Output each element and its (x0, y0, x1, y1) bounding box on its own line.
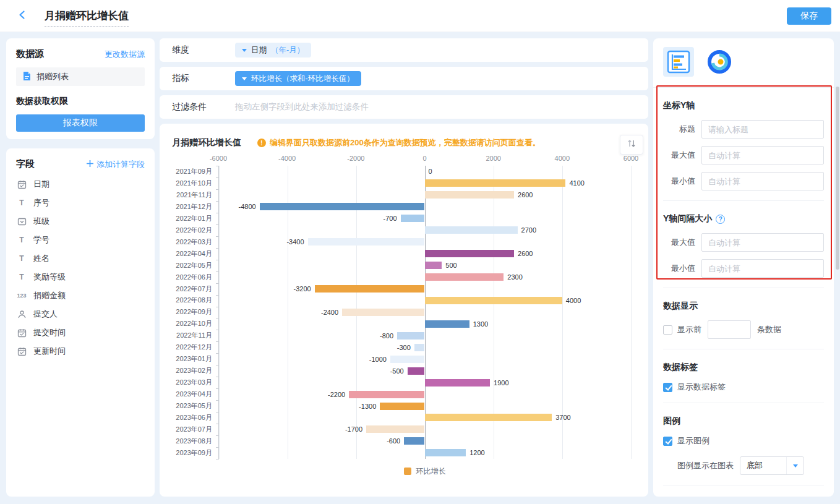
field-item[interactable]: 学号 (16, 231, 145, 249)
chart-row: 2022年12月-300 (172, 341, 631, 353)
data-label-section: 数据标签 显示数据标签 (663, 349, 824, 403)
metric-row: 指标 环比增长（求和-环比增长值） (160, 67, 648, 90)
metric-chip[interactable]: 环比增长（求和-环比增长值） (235, 71, 361, 86)
field-item[interactable]: 序号 (16, 194, 145, 212)
fields-panel: 字段 添加计算字段 日期序号班级学号姓名奖励等级捐赠金额提交人提交时间更新时间 (6, 148, 155, 497)
scrollbar-thumb[interactable] (836, 87, 839, 270)
bar[interactable] (404, 437, 424, 445)
field-item[interactable]: 捐赠金额 (16, 286, 145, 305)
top-count-input[interactable] (708, 320, 751, 339)
show-legend-checkbox[interactable] (663, 437, 672, 446)
datasource-item[interactable]: 捐赠列表 (16, 67, 145, 86)
bar-value-label: -800 (380, 332, 393, 340)
bar-value-label: 2300 (507, 273, 522, 281)
bar-track: -3400 (218, 236, 631, 248)
axis-min-input[interactable] (701, 172, 824, 190)
report-permission-button[interactable]: 报表权限 (16, 114, 145, 132)
field-item[interactable]: 日期 (16, 175, 145, 194)
caret-down-icon (242, 49, 247, 52)
legend-section-title: 图例 (663, 416, 824, 427)
field-item[interactable]: 班级 (16, 212, 145, 231)
save-button[interactable]: 保存 (787, 7, 831, 25)
legend-item[interactable]: 环比增长 (218, 466, 631, 476)
bar[interactable] (425, 297, 562, 304)
bar-track: 2600 (218, 189, 631, 201)
field-item[interactable]: 姓名 (16, 249, 145, 268)
chart-row: 2023年07月-1700 (172, 424, 631, 435)
add-calc-field-link[interactable]: 添加计算字段 (86, 159, 145, 170)
help-icon[interactable] (716, 215, 725, 224)
dimension-chip-field: 日期 (251, 45, 267, 56)
bar[interactable] (349, 391, 424, 398)
warning-icon (257, 139, 266, 147)
chart-row: 2022年02月2700 (172, 224, 631, 236)
show-top-checkbox[interactable] (663, 325, 672, 335)
bar[interactable] (308, 238, 425, 246)
bar-chart-type-icon[interactable] (663, 47, 694, 77)
bar-value-label: -1000 (369, 356, 387, 363)
chart-row: 2022年07月-3200 (172, 283, 631, 295)
bar[interactable] (425, 226, 518, 234)
bar[interactable] (397, 332, 424, 340)
chart-row: 2023年01月-1000 (172, 353, 631, 365)
change-datasource-link[interactable]: 更改数据源 (105, 49, 145, 60)
field-item-label: 班级 (33, 216, 49, 227)
text-type-icon (16, 236, 27, 244)
bar[interactable] (260, 203, 425, 210)
field-item[interactable]: 奖励等级 (16, 268, 145, 286)
field-item[interactable]: 提交时间 (16, 323, 145, 342)
bar[interactable] (380, 403, 424, 410)
bar-track: 2600 (218, 248, 631, 260)
metric-chip-text: 环比增长（求和-环比增长值） (251, 74, 354, 84)
chart-card: 月捐赠环比增长值 编辑界面只取数据源前200条作为查询数据预览，完整数据请访问页… (160, 124, 648, 497)
field-item[interactable]: 提交人 (16, 305, 145, 323)
bar-track: 3700 (218, 412, 631, 424)
bar[interactable] (408, 367, 425, 375)
category-label: 2023年05月 (172, 401, 218, 411)
bar[interactable] (390, 356, 425, 363)
nightingale-chart-type-icon[interactable] (704, 47, 735, 77)
category-label: 2023年02月 (172, 366, 218, 375)
filter-row[interactable]: 过滤条件 拖动左侧字段到此处来添加过滤条件 (160, 95, 648, 119)
show-data-label-checkbox[interactable] (663, 383, 672, 392)
category-label: 2022年03月 (172, 237, 218, 247)
chart-row: 2021年09月0 (172, 166, 631, 177)
dimension-chip[interactable]: 日期（年-月） (235, 43, 311, 58)
bar-track: -2400 (218, 306, 631, 318)
bar[interactable] (425, 250, 515, 257)
bar[interactable] (425, 449, 466, 456)
bar[interactable] (425, 191, 515, 199)
bar[interactable] (425, 414, 552, 421)
y-interval-section: Y轴间隔大小 最大值 最小值 (663, 201, 824, 288)
interval-min-input[interactable] (701, 259, 824, 278)
bar[interactable] (425, 179, 566, 187)
bar[interactable] (425, 320, 469, 328)
x-axis-tick-label: 4000 (555, 155, 570, 162)
text-type-icon (16, 273, 27, 281)
bar-value-label: 500 (445, 262, 456, 269)
back-button[interactable] (15, 9, 30, 23)
sort-button[interactable] (620, 135, 643, 155)
bar[interactable] (315, 285, 425, 293)
interval-max-input[interactable] (701, 233, 824, 252)
field-item[interactable]: 更新时间 (16, 342, 145, 361)
bar[interactable] (425, 379, 491, 387)
bar[interactable] (342, 309, 424, 316)
bar[interactable] (366, 425, 424, 433)
bar[interactable] (401, 215, 425, 222)
x-axis-tick-label: 2000 (486, 155, 500, 162)
text-type-icon (16, 254, 27, 263)
axis-max-input[interactable] (701, 146, 824, 164)
chart-row: 2023年09月1200 (172, 447, 631, 459)
text-type-icon (16, 199, 27, 207)
axis-title-input[interactable] (701, 120, 824, 139)
sort-icon (627, 139, 636, 151)
bar[interactable] (425, 262, 442, 269)
chart-row: 2021年11月2600 (172, 189, 631, 201)
document-icon (22, 71, 32, 83)
bar[interactable] (425, 273, 504, 281)
calendar-icon (16, 328, 27, 338)
page-title: 月捐赠环比增长值 (45, 9, 129, 27)
legend-position-select[interactable]: 底部 (740, 456, 804, 475)
bar[interactable] (414, 344, 425, 351)
